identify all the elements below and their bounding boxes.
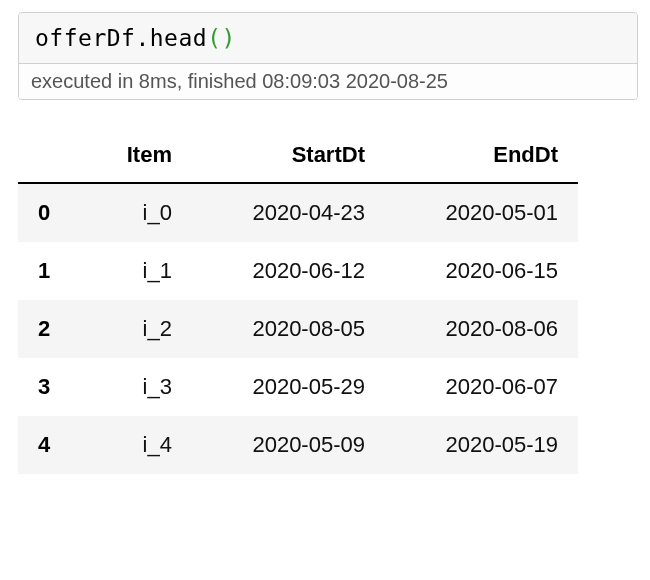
table-row: 0 i_0 2020-04-23 2020-05-01 [18, 183, 578, 242]
column-header: StartDt [192, 128, 385, 183]
code-input[interactable]: offerDf.head() [19, 13, 637, 64]
cell: 2020-08-05 [192, 300, 385, 358]
paren-open: ( [207, 25, 221, 51]
cell: 2020-04-23 [192, 183, 385, 242]
cell: 2020-06-07 [385, 358, 578, 416]
cell: i_0 [84, 183, 192, 242]
cell: i_2 [84, 300, 192, 358]
row-index: 1 [18, 242, 84, 300]
cell: 2020-05-29 [192, 358, 385, 416]
column-header: EndDt [385, 128, 578, 183]
cell: 2020-05-09 [192, 416, 385, 474]
cell: 2020-08-06 [385, 300, 578, 358]
table-row: 2 i_2 2020-08-05 2020-08-06 [18, 300, 578, 358]
index-header [18, 128, 84, 183]
row-index: 3 [18, 358, 84, 416]
dataframe-output: Item StartDt EndDt 0 i_0 2020-04-23 2020… [18, 128, 578, 474]
table-row: 4 i_4 2020-05-09 2020-05-19 [18, 416, 578, 474]
row-index: 2 [18, 300, 84, 358]
cell: 2020-05-01 [385, 183, 578, 242]
cell: 2020-05-19 [385, 416, 578, 474]
code-cell: offerDf.head() executed in 8ms, finished… [18, 12, 638, 100]
cell: 2020-06-12 [192, 242, 385, 300]
cell: i_1 [84, 242, 192, 300]
row-index: 4 [18, 416, 84, 474]
paren-close: ) [222, 25, 236, 51]
execution-status: executed in 8ms, finished 08:09:03 2020-… [19, 64, 637, 99]
cell: i_3 [84, 358, 192, 416]
table-row: 3 i_3 2020-05-29 2020-06-07 [18, 358, 578, 416]
cell: i_4 [84, 416, 192, 474]
row-index: 0 [18, 183, 84, 242]
cell: 2020-06-15 [385, 242, 578, 300]
column-header: Item [84, 128, 192, 183]
code-text: offerDf.head [35, 25, 207, 51]
header-row: Item StartDt EndDt [18, 128, 578, 183]
table-row: 1 i_1 2020-06-12 2020-06-15 [18, 242, 578, 300]
